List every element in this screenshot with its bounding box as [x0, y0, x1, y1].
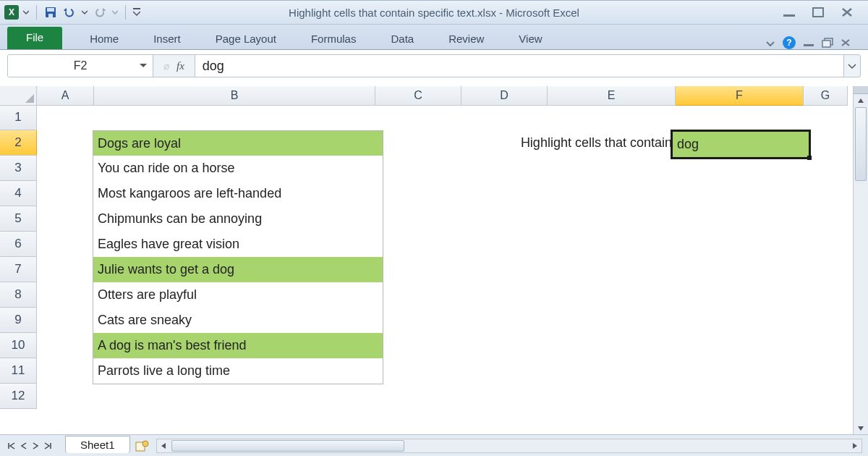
row-header-10[interactable]: 10	[0, 333, 37, 358]
vertical-scrollbar[interactable]	[853, 86, 868, 435]
cell-B2[interactable]: Dogs are loyal	[93, 130, 383, 157]
close-button[interactable]	[839, 7, 855, 18]
excel-app-icon[interactable]: X	[4, 5, 19, 20]
help-button[interactable]: ?	[783, 36, 796, 49]
column-header-B[interactable]: B	[94, 86, 375, 106]
column-headers: ABCDEFG	[0, 86, 853, 105]
qat-dropdown[interactable]	[22, 8, 30, 17]
ribbon-right-controls: ?	[765, 36, 861, 49]
excel-x-mark: X	[9, 7, 14, 17]
window-title: Highlight cells that contain specific te…	[289, 7, 579, 19]
row-header-9[interactable]: 9	[0, 308, 37, 333]
select-all-corner[interactable]	[0, 86, 37, 106]
last-sheet-button[interactable]	[42, 440, 54, 452]
svg-rect-1	[47, 8, 54, 12]
redo-dropdown[interactable]	[111, 8, 119, 17]
row-header-1[interactable]: 1	[0, 105, 37, 130]
horizontal-scrollbar[interactable]	[156, 439, 862, 453]
column-header-C[interactable]: C	[375, 86, 461, 106]
name-box-dropdown-icon[interactable]	[140, 62, 147, 69]
vscroll-track[interactable]	[854, 107, 868, 422]
hscroll-thumb[interactable]	[171, 440, 404, 452]
save-button[interactable]	[43, 4, 59, 20]
svg-rect-2	[48, 14, 53, 17]
fill-handle[interactable]	[807, 156, 812, 160]
new-sheet-button[interactable]	[135, 439, 150, 452]
cell-B9[interactable]: Cats are sneaky	[93, 308, 383, 334]
expand-formula-bar[interactable]	[843, 55, 860, 77]
row-header-7[interactable]: 7	[0, 257, 37, 282]
ribbon-tab-view[interactable]: View	[504, 28, 556, 49]
scroll-up-arrow[interactable]	[854, 94, 868, 107]
scroll-down-arrow[interactable]	[854, 422, 868, 435]
save-icon	[44, 6, 57, 19]
row-header-6[interactable]: 6	[0, 232, 37, 257]
row-header-8[interactable]: 8	[0, 282, 37, 308]
minimize-button[interactable]	[781, 7, 797, 18]
qat-separator	[36, 5, 37, 20]
split-handle[interactable]	[854, 86, 868, 94]
redo-button[interactable]	[92, 6, 108, 19]
ribbon-minimize-icon[interactable]	[765, 38, 775, 47]
hscroll-track[interactable]	[170, 439, 848, 452]
qat-separator-2	[125, 5, 126, 20]
cell-B4[interactable]: Most kangaroos are left-handed	[93, 181, 383, 207]
maximize-button[interactable]	[810, 7, 826, 18]
mdi-minimize-button[interactable]	[803, 38, 814, 47]
sheet-tab[interactable]: Sheet1	[65, 436, 130, 453]
scroll-right-arrow[interactable]	[848, 442, 861, 449]
ribbon-tab-page-layout[interactable]: Page Layout	[201, 28, 291, 49]
help-icon: ?	[786, 38, 791, 48]
column-header-D[interactable]: D	[461, 86, 548, 106]
row-header-3[interactable]: 3	[0, 156, 37, 181]
ribbon-tab-formulas[interactable]: Formulas	[297, 28, 371, 49]
row-header-4[interactable]: 4	[0, 181, 37, 206]
sheet-nav-buttons	[0, 440, 59, 452]
minimize-icon	[783, 7, 796, 17]
active-cell-F2[interactable]: dog	[671, 130, 811, 159]
fx-zone: ⌀ fx	[153, 55, 195, 77]
ribbon-tab-home[interactable]: Home	[75, 28, 133, 49]
cell-B7[interactable]: Julie wants to get a dog	[93, 257, 383, 283]
svg-rect-4	[783, 14, 795, 17]
formula-input[interactable]: dog	[195, 55, 843, 77]
mdi-restore-button[interactable]	[822, 38, 833, 48]
cells-layer[interactable]: Dogs are loyalYou can ride on a horseMos…	[36, 105, 853, 435]
next-sheet-button[interactable]	[30, 440, 41, 452]
cell-B8[interactable]: Otters are playful	[93, 282, 383, 308]
insert-function-button[interactable]: fx	[176, 60, 184, 72]
cell-B5[interactable]: Chipmunks can be annoying	[93, 206, 383, 232]
name-box[interactable]: F2	[8, 55, 153, 77]
ribbon-tab-insert[interactable]: Insert	[139, 28, 195, 49]
column-header-A[interactable]: A	[37, 86, 94, 106]
scroll-left-arrow[interactable]	[157, 442, 170, 449]
cancel-formula-icon: ⌀	[163, 60, 169, 72]
first-sheet-button[interactable]	[6, 440, 17, 452]
file-tab[interactable]: File	[7, 27, 62, 49]
close-icon	[841, 7, 853, 17]
ribbon-tab-data[interactable]: Data	[376, 28, 428, 49]
maximize-icon	[812, 7, 824, 17]
vscroll-thumb[interactable]	[855, 107, 867, 181]
customize-qat[interactable]	[132, 7, 142, 18]
row-header-12[interactable]: 12	[0, 384, 37, 409]
row-header-5[interactable]: 5	[0, 206, 37, 232]
column-header-F[interactable]: F	[676, 86, 804, 106]
undo-icon	[63, 7, 76, 17]
ribbon-tab-review[interactable]: Review	[434, 28, 498, 49]
prev-sheet-button[interactable]	[19, 440, 29, 452]
cell-B3[interactable]: You can ride on a horse	[93, 156, 383, 182]
row-header-2[interactable]: 2	[0, 130, 37, 156]
column-header-E[interactable]: E	[548, 86, 676, 106]
row-header-11[interactable]: 11	[0, 358, 37, 384]
quick-access-toolbar: X	[0, 1, 146, 24]
window-controls	[781, 7, 868, 18]
mdi-close-button[interactable]	[841, 38, 851, 47]
cell-B10[interactable]: A dog is man's best friend	[93, 333, 383, 359]
cell-B11[interactable]: Parrots live a long time	[93, 358, 383, 384]
cell-B6[interactable]: Eagles have great vision	[93, 232, 383, 258]
undo-dropdown[interactable]	[80, 8, 89, 17]
undo-button[interactable]	[61, 6, 77, 19]
column-header-G[interactable]: G	[804, 86, 848, 106]
title-bar: X Highlight cells that contain specific …	[0, 1, 868, 25]
